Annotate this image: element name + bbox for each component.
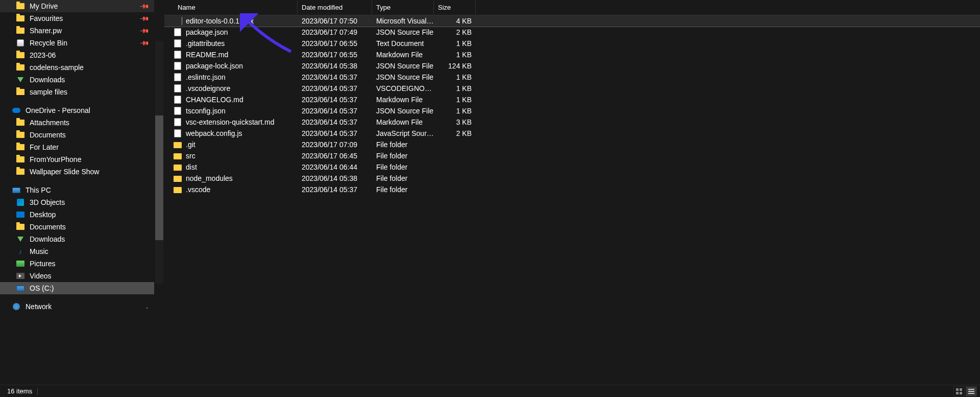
nav-item-quick-1[interactable]: Favourites📌 <box>0 12 154 25</box>
file-name: node_modules <box>186 174 233 182</box>
folder-icon <box>16 168 24 176</box>
file-date: 2023/06/14 05:37 <box>298 84 372 92</box>
nav-network[interactable]: Network⌄ <box>0 300 154 313</box>
column-header-size[interactable]: Size <box>434 1 476 14</box>
folder-icon <box>16 51 24 59</box>
file-date: 2023/06/14 05:37 <box>298 96 372 104</box>
desktop-icon <box>16 211 24 219</box>
nav-item-thispc-1[interactable]: Desktop <box>0 208 154 221</box>
file-row[interactable]: dist2023/06/14 06:44File folder <box>164 161 980 173</box>
nav-onedrive[interactable]: OneDrive - Personal <box>0 104 154 116</box>
nav-item-thispc-6[interactable]: Videos <box>0 270 154 282</box>
file-type: File folder <box>372 185 434 194</box>
file-date: 2023/06/14 05:38 <box>298 174 372 182</box>
file-size: 3 KB <box>434 118 476 126</box>
file-type: Markdown File <box>372 118 434 126</box>
file-type: File folder <box>372 152 434 160</box>
file-name: webpack.config.js <box>186 129 242 137</box>
svg-rect-6 <box>968 393 974 394</box>
nav-item-onedrive-0[interactable]: Attachments <box>0 116 154 129</box>
cloud-icon <box>12 106 20 114</box>
file-row[interactable]: README.md2023/06/17 06:55Markdown File1 … <box>164 49 980 60</box>
nav-item-quick-6[interactable]: Downloads <box>0 74 154 86</box>
file-name: .eslintrc.json <box>186 73 226 81</box>
nav-item-thispc-3[interactable]: Downloads <box>0 233 154 245</box>
file-name: editor-tools-0.0.1.vsix <box>186 17 254 25</box>
videos-icon <box>16 272 24 280</box>
file-row[interactable]: webpack.config.js2023/06/14 05:37JavaScr… <box>164 128 980 139</box>
file-row[interactable]: package.json2023/06/17 07:49JSON Source … <box>164 27 980 38</box>
nav-item-thispc-0[interactable]: 3D Objects <box>0 196 154 208</box>
json-file-icon <box>174 62 182 70</box>
file-row[interactable]: .git2023/06/17 07:09File folder <box>164 139 980 150</box>
nav-item-label: Favourites <box>30 14 141 22</box>
nav-item-thispc-4[interactable]: ♪Music <box>0 245 154 258</box>
file-type: File folder <box>372 141 434 149</box>
file-date: 2023/06/17 06:45 <box>298 152 372 160</box>
nav-scrollbar-thumb[interactable] <box>155 115 163 240</box>
file-row[interactable]: .eslintrc.json2023/06/14 05:37JSON Sourc… <box>164 72 980 83</box>
file-row[interactable]: .vscode2023/06/14 05:37File folder <box>164 184 980 195</box>
svg-rect-3 <box>960 392 962 394</box>
nav-item-onedrive-3[interactable]: FromYourPhone <box>0 153 154 166</box>
file-row[interactable]: editor-tools-0.0.1.vsix2023/06/17 07:50M… <box>164 15 980 27</box>
file-type: VSCODEIGNORE Fi... <box>372 84 434 92</box>
file-size: 1 KB <box>434 73 476 81</box>
json-file-icon <box>174 28 182 36</box>
chevron-down-icon[interactable]: ⌄ <box>143 302 151 311</box>
pin-icon: 📌 <box>139 26 150 36</box>
file-row[interactable]: src2023/06/17 06:45File folder <box>164 150 980 161</box>
nav-item-onedrive-4[interactable]: Wallpaper Slide Show <box>0 166 154 178</box>
status-item-count: 16 items <box>7 387 32 395</box>
nav-item-onedrive-1[interactable]: Documents <box>0 129 154 141</box>
file-name: vsc-extension-quickstart.md <box>186 118 275 126</box>
file-date: 2023/06/14 05:37 <box>298 118 372 126</box>
nav-item-quick-4[interactable]: 2023-06 <box>0 49 154 61</box>
file-row[interactable]: .vscodeignore2023/06/14 05:37VSCODEIGNOR… <box>164 83 980 94</box>
nav-item-quick-7[interactable]: sample files <box>0 86 154 98</box>
file-row[interactable]: vsc-extension-quickstart.md2023/06/14 05… <box>164 116 980 128</box>
column-header-date[interactable]: Date modified <box>298 1 372 14</box>
pin-icon: 📌 <box>139 13 150 24</box>
file-date: 2023/06/14 05:37 <box>298 107 372 115</box>
pictures-icon <box>16 260 24 268</box>
nav-item-thispc-5[interactable]: Pictures <box>0 258 154 270</box>
file-type: JSON Source File <box>372 73 434 81</box>
nav-item-quick-5[interactable]: codelens-sample <box>0 61 154 74</box>
svg-rect-4 <box>968 389 974 390</box>
column-header-name[interactable]: Name <box>174 1 298 14</box>
nav-item-quick-2[interactable]: Sharer.pw📌 <box>0 25 154 37</box>
music-icon: ♪ <box>16 247 24 255</box>
file-name: src <box>186 152 195 160</box>
nav-item-quick-0[interactable]: My Drive📌 <box>0 0 154 12</box>
file-row[interactable]: package-lock.json2023/06/14 05:38JSON So… <box>164 60 980 72</box>
column-header-type[interactable]: Type <box>372 1 434 14</box>
file-list[interactable]: editor-tools-0.0.1.vsix2023/06/17 07:50M… <box>164 15 980 385</box>
file-row[interactable]: CHANGELOG.md2023/06/14 05:37Markdown Fil… <box>164 94 980 105</box>
navigation-pane: My Drive📌Favourites📌Sharer.pw📌Recycle Bi… <box>0 0 164 385</box>
folder-icon <box>16 131 24 139</box>
folder-icon <box>174 163 182 171</box>
download-icon <box>16 235 24 243</box>
nav-item-quick-3[interactable]: Recycle Bin📌 <box>0 37 154 49</box>
file-name: .git <box>186 141 195 149</box>
view-details-button[interactable] <box>966 386 977 396</box>
file-type: Text Document <box>372 39 434 48</box>
file-icon <box>174 118 182 126</box>
nav-item-thispc-2[interactable]: Documents <box>0 221 154 233</box>
file-size: 1 KB <box>434 96 476 104</box>
nav-item-label: OS (C:) <box>30 284 154 292</box>
svg-rect-2 <box>956 392 959 394</box>
file-row[interactable]: tsconfig.json2023/06/14 05:37JSON Source… <box>164 105 980 116</box>
nav-item-onedrive-2[interactable]: For Later <box>0 141 154 153</box>
file-row[interactable]: .gitattributes2023/06/17 06:55Text Docum… <box>164 38 980 49</box>
view-thumbnails-button[interactable] <box>953 386 965 396</box>
nav-item-label: Recycle Bin <box>30 39 141 47</box>
file-row[interactable]: node_modules2023/06/14 05:38File folder <box>164 173 980 184</box>
status-right <box>952 386 980 396</box>
file-icon <box>174 129 182 137</box>
nav-this-pc[interactable]: This PC <box>0 184 154 196</box>
nav-item-thispc-7[interactable]: OS (C:) <box>0 282 154 294</box>
folder-icon <box>174 174 182 182</box>
recycle-bin-icon <box>16 39 24 47</box>
